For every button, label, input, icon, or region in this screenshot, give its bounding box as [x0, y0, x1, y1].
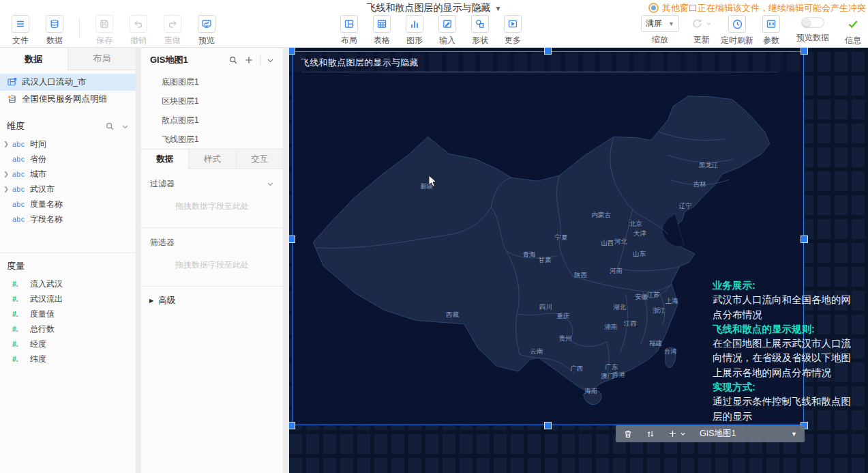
layer-config-tab-2[interactable]: 交互	[236, 149, 283, 169]
advanced-section-toggle[interactable]: ▶ 高级	[141, 287, 283, 314]
dimension-item-2[interactable]: ❯abc城市	[0, 167, 136, 182]
insert-button-1[interactable]: 表格	[368, 15, 395, 46]
resize-handle-bottom-left[interactable]	[289, 422, 295, 429]
tool-button-1[interactable]: 数据	[41, 15, 68, 46]
province-label-17: 重庆	[556, 312, 569, 319]
measure-item-4[interactable]: #.经度	[0, 336, 136, 352]
expand-arrow-icon[interactable]: ❯	[0, 186, 12, 192]
check-icon[interactable]	[847, 15, 859, 32]
expand-arrow-icon[interactable]: ❯	[0, 141, 12, 147]
expand-arrow-icon[interactable]: ❯	[0, 171, 12, 177]
insert-button-5[interactable]: 更多	[499, 15, 526, 46]
shape-icon	[471, 15, 489, 33]
chevron-down-icon[interactable]	[121, 123, 129, 130]
layer-config-tab-1[interactable]: 样式	[188, 149, 235, 169]
tool-label: 重做	[164, 35, 181, 46]
add-widget-button[interactable]	[668, 429, 686, 438]
chevron-down-icon[interactable]	[267, 57, 274, 64]
layer-panel: GIS地图1 底图图层1区块图层1散点图层1飞线图层1 数据样式交互 过滤器 拖…	[141, 48, 283, 473]
filter-section-header[interactable]: 过滤器	[150, 175, 274, 192]
tool-button-5[interactable]: 预览	[193, 15, 220, 46]
layer-item-2[interactable]: 散点图层1	[141, 111, 283, 130]
timed-refresh-label: 定时刷新	[719, 35, 755, 46]
filter-dropzone[interactable]: 拖拽数据字段至此处	[150, 201, 274, 212]
data-panel-tab-0[interactable]: 数据	[0, 48, 68, 70]
zoom-select[interactable]: 满屏 ▼	[641, 15, 679, 32]
province-label-28: 广东	[605, 363, 618, 371]
resize-handle-top-center[interactable]	[545, 48, 551, 54]
layer-item-3[interactable]: 飞线图层1	[141, 130, 283, 149]
tool-button-0[interactable]: 文件	[7, 15, 34, 46]
measure-item-0[interactable]: #.流入武汉	[0, 276, 136, 291]
trash-icon[interactable]	[623, 429, 633, 439]
province-label-29: 福建	[649, 339, 662, 347]
province-label-33: 海南	[584, 387, 597, 395]
province-label-7: 吉林	[693, 180, 706, 188]
resize-handle-top-right[interactable]	[801, 48, 807, 54]
insert-button-0[interactable]: 布局	[335, 15, 363, 46]
preview-data-toggle[interactable]	[801, 17, 824, 28]
screen-dropzone[interactable]: 拖拽数据字段至此处	[150, 259, 274, 271]
panel-divider[interactable]	[136, 48, 141, 473]
data-panel-tab-1[interactable]: 布局	[68, 48, 136, 70]
preview-icon	[198, 15, 215, 33]
province-label-18: 湖北	[613, 303, 626, 311]
screen-section-header[interactable]: 筛选器	[150, 233, 274, 251]
dimension-item-3[interactable]: ❯abc武汉市	[0, 182, 136, 197]
zoom-control: 满屏 ▼ 缩放	[640, 15, 680, 46]
layer-config-tab-0[interactable]: 数据	[141, 149, 188, 169]
add-layer-icon[interactable]	[244, 55, 254, 65]
layout-icon	[340, 15, 358, 33]
resize-handle-middle-left[interactable]	[289, 236, 295, 242]
province-label-4: 宁夏	[554, 233, 567, 241]
province-label-10: 天津	[633, 229, 646, 237]
province-label-9: 北京	[629, 220, 642, 227]
tool-button-3[interactable]: 撤销	[125, 15, 152, 46]
insert-button-4[interactable]: 形状	[466, 15, 494, 46]
province-label-25: 贵州	[558, 334, 571, 342]
dashboard-canvas[interactable]: 新疆西藏青海甘肃宁夏内蒙古黑龙江吉林辽宁北京天津河北山西山东河南陕西四川重庆湖北…	[289, 48, 868, 473]
resize-handle-top-left[interactable]	[289, 48, 295, 54]
chevron-down-icon	[267, 180, 274, 188]
text-annotation-widget[interactable]: 业务展示:武汉市人口流向和全国各地的网点分布情况飞线和散点的显示规则:在全国地图…	[713, 278, 864, 424]
insert-button-2[interactable]: 图形	[401, 15, 428, 46]
edit-conflict-warning: 其他窗口正在编辑该文件，继续编辑可能会产生冲突	[648, 2, 866, 14]
panel-divider[interactable]	[283, 48, 289, 473]
tool-button-4[interactable]: 重做	[159, 15, 186, 46]
search-icon[interactable]	[228, 55, 238, 65]
dimension-item-1[interactable]: abc省份	[0, 152, 136, 167]
measure-item-1[interactable]: #.武汉流出	[0, 291, 136, 306]
widget-toolbar-title[interactable]: GIS地图1	[700, 428, 791, 440]
insert-button-3[interactable]: 输入	[434, 15, 461, 46]
reorder-icon[interactable]	[646, 429, 655, 439]
measure-item-3[interactable]: #.总行数	[0, 321, 136, 336]
update-label: 更新	[693, 34, 710, 46]
resize-handle-middle-right[interactable]	[801, 236, 807, 242]
measure-item-5[interactable]: #.纬度	[0, 352, 136, 367]
parameters-button[interactable]: 参数	[758, 15, 785, 46]
resize-handle-bottom-center[interactable]	[545, 422, 551, 429]
refresh-icon[interactable]	[691, 15, 712, 32]
dataset-item-1[interactable]: 全国便民服务网点明细	[0, 91, 136, 108]
search-icon[interactable]	[105, 121, 115, 131]
dimension-label: 城市	[30, 169, 46, 180]
tool-button-2[interactable]: 保存	[91, 15, 118, 46]
measure-item-2[interactable]: #.度量值	[0, 306, 136, 321]
layer-item-1[interactable]: 区块图层1	[141, 91, 283, 111]
dimension-item-4[interactable]: abc度量名称	[0, 197, 136, 212]
annotation-line-4: 在全国地图上展示武汉市人口流	[713, 336, 864, 351]
dataset-item-0[interactable]: 武汉人口流动_市	[0, 74, 136, 91]
dimension-item-5[interactable]: abc字段名称	[0, 212, 136, 227]
province-label-3: 甘肃	[539, 256, 552, 263]
measure-label: 流入武汉	[30, 278, 63, 290]
province-label-23: 湖南	[604, 323, 617, 330]
layer-item-0[interactable]: 底图图层1	[141, 72, 283, 91]
insert-label: 图形	[406, 35, 423, 46]
filter-section-label: 过滤器	[150, 178, 267, 190]
province-label-31: 香港	[612, 371, 625, 378]
timed-refresh-button[interactable]: 定时刷新	[723, 15, 751, 46]
chevron-down-icon[interactable]: ▼	[791, 431, 797, 438]
dimension-item-0[interactable]: ❯abc时间	[0, 137, 136, 152]
dimension-label: 字段名称	[30, 214, 63, 225]
annotation-line-2: 点分布情况	[713, 308, 864, 322]
